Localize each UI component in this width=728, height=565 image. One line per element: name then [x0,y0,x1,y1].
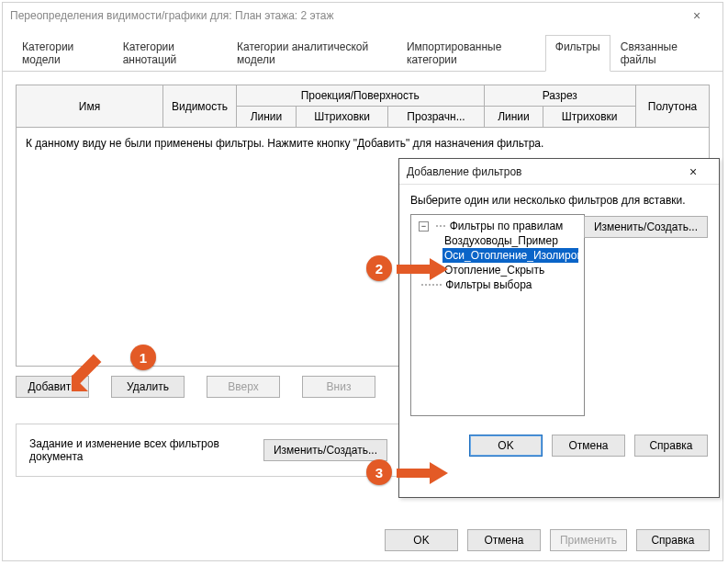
filters-tree[interactable]: − ⋯ Фильтры по правилам Воздуховоды_Прим… [410,214,585,416]
dialog-body: Выберите один или несколько фильтров для… [399,185,719,425]
collapse-icon[interactable]: − [419,221,429,232]
dialog-cancel-button[interactable]: Отмена [552,435,625,457]
col-name: Имя [17,85,163,128]
document-filters-label: Задание и изменение всех фильтров докуме… [29,437,245,463]
up-button: Вверх [207,376,280,398]
main-title: Переопределения видимости/графики для: П… [10,9,333,22]
annotation-arrow-3 [397,462,448,484]
edit-create-button[interactable]: Изменить/Создать... [263,439,387,461]
tab-imported-categories[interactable]: Импортированные категории [397,35,545,72]
annotation-arrow-2 [397,258,448,280]
main-tabs: Категории модели Категории аннотаций Кат… [3,28,722,72]
col-proj-lines: Линии [237,107,297,128]
tree-item[interactable]: Отопление_Скрыть [442,263,578,277]
remove-button[interactable]: Удалить [111,376,185,398]
tab-linked-files[interactable]: Связанные файлы [610,35,713,72]
svg-rect-4 [397,469,430,478]
help-button[interactable]: Справка [636,529,710,551]
col-proj-transparency: Прозрачн... [388,107,484,128]
svg-rect-2 [397,265,430,274]
dialog-edit-create-button[interactable]: Изменить/Создать... [584,216,708,238]
dialog-titlebar: Добавление фильтров × [399,159,719,185]
col-sec-lines: Линии [484,107,543,128]
tree-item[interactable]: Воздуховоды_Пример [442,233,578,248]
col-halftone: Полутона [636,85,710,128]
annotation-badge-1: 1 [130,345,156,370]
tab-model-categories[interactable]: Категории модели [12,35,113,72]
annotation-badge-2: 2 [366,255,392,281]
cancel-button[interactable]: Отмена [467,529,541,551]
close-icon[interactable]: × [678,8,715,23]
ok-button[interactable]: OK [385,529,458,551]
annotation-arrow-1 [72,347,116,394]
tab-analytical-categories[interactable]: Категории аналитической модели [227,35,397,72]
dialog-title: Добавление фильтров [407,165,521,178]
tree-item-selected[interactable]: Оси_Отопление_Изолировать [442,248,578,263]
col-section-group: Разрез [484,85,636,107]
col-proj-patterns: Штриховки [296,107,388,128]
svg-marker-5 [430,462,448,484]
dialog-help-button[interactable]: Справка [634,435,708,457]
add-filters-dialog: Добавление фильтров × Выберите один или … [398,158,720,498]
document-filters-group: Задание и изменение всех фильтров докуме… [16,424,401,477]
tab-filters[interactable]: Фильтры [545,35,610,72]
close-icon[interactable]: × [675,164,711,179]
apply-button: Применить [550,529,627,551]
dialog-prompt: Выберите один или несколько фильтров для… [410,194,708,207]
col-projection-group: Проекция/Поверхность [237,85,485,107]
annotation-badge-3: 3 [366,459,392,485]
main-footer: OK Отмена Применить Справка [385,529,710,551]
svg-rect-1 [72,355,101,389]
main-titlebar: Переопределения видимости/графики для: П… [3,3,722,28]
col-visibility: Видимость [163,85,237,128]
dialog-ok-button[interactable]: OK [469,435,543,457]
tree-root-rules[interactable]: − ⋯ Фильтры по правилам [417,219,578,233]
col-sec-patterns: Штриховки [543,107,636,128]
svg-marker-3 [430,258,448,280]
tab-annotation-categories[interactable]: Категории аннотаций [113,35,227,72]
down-button: Вниз [302,376,375,398]
